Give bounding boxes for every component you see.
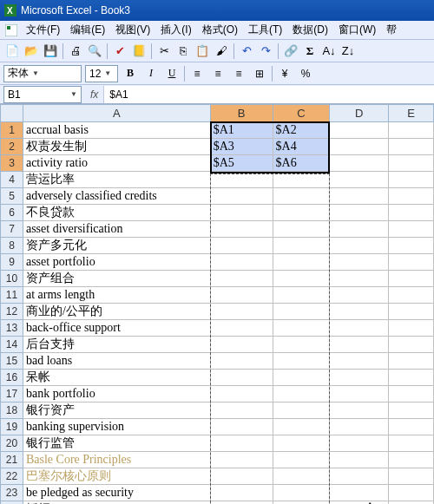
row-header[interactable]: 12 [1, 304, 23, 320]
row-header[interactable]: 6 [1, 205, 23, 221]
cell[interactable]: $A2 [273, 122, 330, 139]
cell[interactable]: $A1 [210, 122, 273, 139]
cell[interactable] [389, 238, 434, 254]
cell[interactable] [330, 353, 389, 370]
cell[interactable] [330, 238, 389, 254]
cell[interactable] [389, 386, 434, 403]
open-button[interactable]: 📂 [23, 43, 40, 60]
cell[interactable]: Basle Core Principles [23, 452, 210, 468]
row-header[interactable]: 7 [1, 221, 23, 238]
menu-item[interactable]: 帮 [381, 22, 402, 37]
cell[interactable] [389, 468, 434, 485]
fx-button[interactable]: fx [90, 88, 98, 101]
row-header[interactable]: 17 [1, 386, 23, 403]
cell[interactable]: 银行资产 [23, 403, 210, 419]
spellcheck-button[interactable]: ✔ [111, 43, 128, 60]
column-header[interactable]: B [210, 105, 273, 122]
cell[interactable] [330, 139, 389, 155]
cell[interactable] [330, 403, 389, 419]
row-header[interactable]: 10 [1, 271, 23, 287]
cell[interactable] [273, 172, 330, 188]
percent-button[interactable]: % [297, 65, 314, 82]
cell[interactable] [389, 304, 434, 320]
copy-button[interactable]: ⎘ [174, 43, 192, 60]
bold-button[interactable]: B [122, 65, 139, 82]
row-header[interactable]: 20 [1, 435, 23, 452]
cell[interactable] [210, 188, 273, 205]
cell[interactable] [330, 205, 389, 221]
autosum-button[interactable]: Σ [301, 43, 319, 60]
worksheet-grid[interactable]: ABCDE1accrual basis$A1$A22权责发生制$A3$A43ac… [0, 104, 434, 504]
cut-button[interactable]: ✂ [155, 43, 173, 60]
hyperlink-button[interactable]: 🔗 [282, 43, 299, 60]
cell[interactable] [389, 172, 434, 188]
cell[interactable] [210, 370, 273, 386]
cell[interactable] [273, 419, 330, 435]
align-right-button[interactable]: ≡ [230, 65, 247, 82]
row-header[interactable]: 2 [1, 139, 23, 155]
sort-asc-button[interactable]: A↓ [320, 43, 338, 60]
row-header[interactable]: 9 [1, 254, 23, 271]
cell[interactable] [210, 205, 273, 221]
cell[interactable] [330, 304, 389, 320]
row-header[interactable]: 11 [1, 287, 23, 304]
column-header[interactable]: A [23, 105, 210, 122]
row-header[interactable]: 1 [1, 122, 23, 139]
cell[interactable]: at arms length [23, 287, 210, 304]
cell[interactable] [273, 468, 330, 485]
cell[interactable]: activity ratio [23, 155, 210, 172]
column-header[interactable]: E [389, 105, 434, 122]
cell[interactable] [273, 370, 330, 386]
cell[interactable] [330, 320, 389, 337]
cell[interactable] [210, 485, 273, 501]
cell[interactable] [210, 238, 273, 254]
cell[interactable] [210, 172, 273, 188]
cell[interactable] [389, 435, 434, 452]
row-header[interactable]: 14 [1, 337, 23, 353]
print-button[interactable]: 🖨 [67, 43, 84, 60]
cell[interactable] [330, 501, 389, 505]
cell[interactable]: 商业的/公平的 [23, 304, 210, 320]
cell[interactable] [210, 403, 273, 419]
cell[interactable] [210, 468, 273, 485]
cell[interactable] [389, 452, 434, 468]
cell[interactable] [330, 435, 389, 452]
cell[interactable] [273, 205, 330, 221]
cell[interactable] [210, 304, 273, 320]
cell[interactable] [330, 452, 389, 468]
merge-center-button[interactable]: ⊞ [251, 65, 268, 82]
cell[interactable] [210, 386, 273, 403]
cell[interactable] [273, 337, 330, 353]
row-header[interactable]: 24 [1, 501, 23, 505]
cell[interactable] [273, 353, 330, 370]
cell[interactable] [330, 419, 389, 435]
cell[interactable] [389, 485, 434, 501]
cell[interactable] [210, 271, 273, 287]
row-header[interactable]: 22 [1, 468, 23, 485]
cell[interactable]: back-office support [23, 320, 210, 337]
cell[interactable]: $A3 [210, 139, 273, 155]
cell[interactable]: 呆帐 [23, 370, 210, 386]
cell[interactable]: be pledged as security [23, 485, 210, 501]
cell[interactable] [330, 221, 389, 238]
row-header[interactable]: 18 [1, 403, 23, 419]
cell[interactable] [330, 271, 389, 287]
cell[interactable]: asset portfolio [23, 254, 210, 271]
new-button[interactable]: 📄 [3, 43, 21, 60]
cell[interactable] [210, 435, 273, 452]
cell[interactable] [273, 221, 330, 238]
cell[interactable]: 后台支持 [23, 337, 210, 353]
row-header[interactable]: 19 [1, 419, 23, 435]
name-box[interactable]: B1 ▼ [3, 86, 82, 103]
cell[interactable] [273, 435, 330, 452]
paste-button[interactable]: 📋 [194, 43, 211, 60]
cell[interactable]: accrual basis [23, 122, 210, 139]
menu-item[interactable]: 视图(V) [110, 22, 155, 37]
menu-item[interactable]: 工具(T) [243, 22, 287, 37]
row-header[interactable]: 13 [1, 320, 23, 337]
cell[interactable] [210, 452, 273, 468]
cell[interactable] [389, 337, 434, 353]
cell[interactable] [389, 287, 434, 304]
cell[interactable]: $A5 [210, 155, 273, 172]
cell[interactable]: bad loans [23, 353, 210, 370]
